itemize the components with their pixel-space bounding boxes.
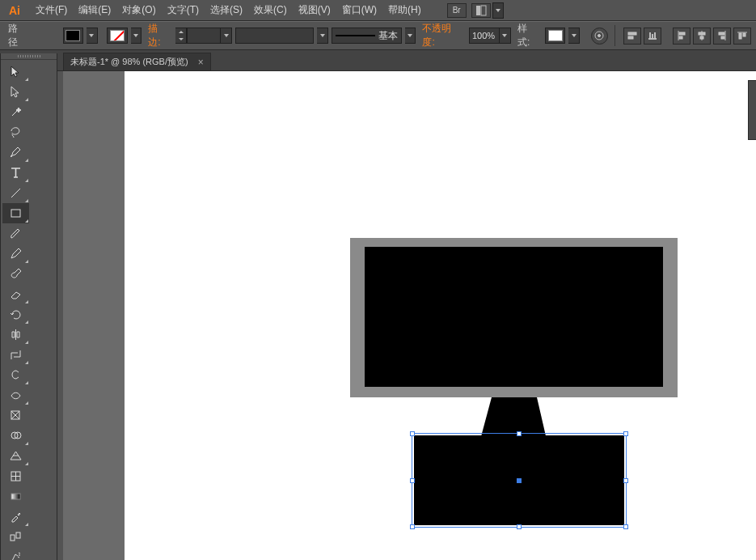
svg-rect-8 xyxy=(699,32,705,35)
right-panel-tab[interactable] xyxy=(748,80,756,140)
rectangle-tool[interactable] xyxy=(2,203,29,223)
stroke-swatch[interactable] xyxy=(107,28,127,44)
align-top-button[interactable] xyxy=(733,28,751,45)
svg-rect-21 xyxy=(11,535,15,541)
svg-rect-0 xyxy=(476,6,480,15)
line-tool[interactable] xyxy=(2,183,29,203)
eraser-tool[interactable] xyxy=(2,284,29,304)
workspace xyxy=(0,71,756,560)
document-tabstrip: 未标题-1* @ 98% (RGB/预览) × xyxy=(0,50,756,71)
pencil-tool[interactable] xyxy=(2,244,29,264)
rotate-tool[interactable] xyxy=(2,304,29,325)
menu-select[interactable]: 选择(S) xyxy=(205,1,247,19)
type-tool[interactable] xyxy=(2,163,29,183)
gradient-tool[interactable] xyxy=(2,486,29,507)
svg-rect-4 xyxy=(628,32,636,35)
toolbox xyxy=(0,53,57,560)
tab-close-icon[interactable]: × xyxy=(198,57,204,68)
var-width-profile[interactable] xyxy=(235,28,314,44)
menu-window[interactable]: 窗口(W) xyxy=(337,1,382,19)
menu-bar: Ai 文件(F) 编辑(E) 对象(O) 文字(T) 选择(S) 效果(C) 视… xyxy=(0,0,756,21)
magic-wand-tool[interactable] xyxy=(2,102,29,122)
menu-object[interactable]: 对象(O) xyxy=(117,1,160,19)
mesh-tool[interactable] xyxy=(2,466,29,486)
brush-def-dropdown[interactable] xyxy=(405,28,416,44)
stroke-weight-dropdown[interactable] xyxy=(221,28,232,44)
opacity-dropdown[interactable] xyxy=(500,28,511,44)
stroke-label: 描边: xyxy=(145,22,172,49)
menu-file[interactable]: 文件(F) xyxy=(31,1,72,19)
svg-rect-10 xyxy=(719,32,724,35)
svg-rect-22 xyxy=(16,532,20,538)
fill-swatch-dropdown[interactable] xyxy=(87,28,98,44)
width-tool[interactable] xyxy=(2,385,29,405)
direct-select-tool[interactable] xyxy=(2,82,29,102)
opacity-input[interactable] xyxy=(469,28,500,44)
menu-help[interactable]: 帮助(H) xyxy=(383,1,426,19)
stroke-weight-field[interactable] xyxy=(175,28,232,44)
opacity-field[interactable] xyxy=(469,28,511,44)
align-hcenter-button[interactable] xyxy=(693,28,711,45)
reflect-tool[interactable] xyxy=(2,325,29,345)
svg-rect-1 xyxy=(481,6,486,15)
selection-tool[interactable] xyxy=(2,62,29,82)
lasso-tool[interactable] xyxy=(2,122,29,142)
menu-type[interactable]: 文字(T) xyxy=(163,1,204,19)
svg-rect-6 xyxy=(679,32,685,35)
resize-handle-bl[interactable] xyxy=(410,524,415,529)
paintbrush-tool[interactable] xyxy=(2,223,29,244)
arrange-docs-button[interactable] xyxy=(471,3,491,18)
align-button-1[interactable] xyxy=(623,28,641,45)
stroke-swatch-dropdown[interactable] xyxy=(131,28,142,44)
style-swatch[interactable] xyxy=(545,28,565,44)
align-right-button[interactable] xyxy=(713,28,731,45)
svg-point-3 xyxy=(598,35,601,37)
align-left-button[interactable] xyxy=(673,28,691,45)
document-tab[interactable]: 未标题-1* @ 98% (RGB/预览) × xyxy=(63,53,211,70)
resize-handle-tl[interactable] xyxy=(410,431,415,436)
free-transform-tool[interactable] xyxy=(2,405,29,426)
recolor-art-button[interactable] xyxy=(591,28,608,45)
canvas-area[interactable] xyxy=(63,71,756,560)
artboard[interactable] xyxy=(125,71,756,560)
align-button-2[interactable] xyxy=(644,28,661,45)
svg-rect-20 xyxy=(11,494,20,499)
blend-tool[interactable] xyxy=(2,527,29,547)
blob-brush-tool[interactable] xyxy=(2,264,29,284)
style-label: 样式: xyxy=(514,22,542,49)
var-width-profile-dropdown[interactable] xyxy=(317,28,328,44)
menu-edit[interactable]: 编辑(E) xyxy=(74,1,116,19)
scale-tool[interactable] xyxy=(2,345,29,365)
app-logo: Ai xyxy=(5,2,24,19)
shape-builder-tool[interactable] xyxy=(2,426,29,446)
style-dropdown[interactable] xyxy=(568,28,580,44)
menu-view[interactable]: 视图(V) xyxy=(294,1,336,19)
eyedropper-tool[interactable] xyxy=(2,507,29,527)
arrange-docs-dropdown[interactable] xyxy=(492,2,504,19)
selection-type-label: 路径 xyxy=(5,22,30,49)
svg-rect-13 xyxy=(743,33,745,36)
svg-rect-7 xyxy=(679,36,682,39)
fill-swatch[interactable] xyxy=(63,28,83,44)
resize-handle-ml[interactable] xyxy=(410,478,415,483)
toolbox-grip[interactable] xyxy=(1,53,57,60)
bridge-button[interactable]: Br xyxy=(447,3,467,18)
symbol-sprayer-tool[interactable] xyxy=(2,547,29,560)
resize-handle-tr[interactable] xyxy=(623,431,628,436)
resize-handle-mr[interactable] xyxy=(623,478,628,483)
selection-center[interactable] xyxy=(517,478,522,483)
svg-rect-11 xyxy=(721,36,724,39)
resize-handle-bm[interactable] xyxy=(517,524,522,529)
resize-handle-tm[interactable] xyxy=(517,431,522,436)
menu-effect[interactable]: 效果(C) xyxy=(249,1,292,19)
stroke-weight-input[interactable] xyxy=(187,28,221,44)
brush-def-box[interactable]: 基本 xyxy=(332,28,402,44)
pen-tool[interactable] xyxy=(2,142,29,163)
perspective-tool[interactable] xyxy=(2,446,29,466)
svg-rect-5 xyxy=(628,36,633,39)
resize-handle-br[interactable] xyxy=(623,524,628,529)
shear-tool[interactable] xyxy=(2,365,29,385)
svg-rect-15 xyxy=(11,210,20,217)
selection-bounds[interactable] xyxy=(412,433,627,528)
document-tab-title: 未标题-1* @ 98% (RGB/预览) xyxy=(70,56,188,68)
